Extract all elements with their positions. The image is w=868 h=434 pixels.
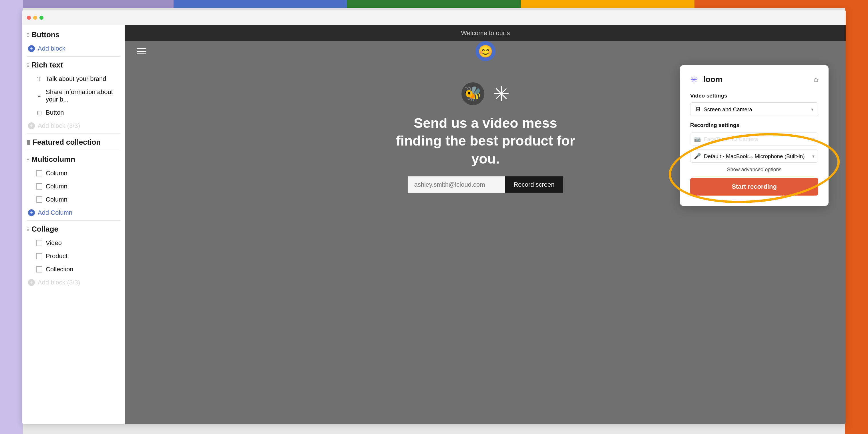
microphone-chevron: ▾ [812,154,814,159]
add-block-rich-text: + Add block (3/3) [22,119,125,132]
video-label: Video [46,239,62,247]
preview-headline: Send us a video messfinding the best pro… [385,114,586,168]
banner-text: Welcome to our s [461,29,510,37]
preview-nav: 😊 [125,41,846,61]
sidebar-item-column-2[interactable]: Column [22,180,125,193]
section-rich-text[interactable]: Rich text [22,58,125,72]
browser-toolbar [22,10,846,25]
preview-icons-row: 🐝 ✳ [461,82,510,106]
home-icon[interactable]: ⌂ [814,75,818,84]
loom-wordmark: loom [703,75,722,84]
drag-handle-rich-text [27,63,29,67]
maximize-button[interactable] [39,16,43,20]
camera-row: 📷 FaceTime HD Camera ▾ [690,132,818,146]
top-color-bars [0,0,868,8]
divider-2 [27,133,120,134]
plus-icon-collage: + [28,279,35,286]
video-icon [36,240,42,246]
section-featured-collection[interactable]: Featured collection [22,135,125,150]
sidebar-item-video[interactable]: Video [22,237,125,250]
add-block-multicolumn[interactable]: + Add Column [22,206,125,219]
column-3-label: Column [46,196,67,203]
sidebar: Buttons + Add block Rich text T Talk abo… [22,25,125,424]
product-icon [36,253,42,259]
plus-icon-buttons: + [28,45,35,52]
minimize-button[interactable] [33,16,37,20]
drag-handle-multicolumn [27,158,29,161]
close-button[interactable] [27,16,31,20]
section-title-rich-text: Rich text [31,61,63,69]
add-block-label-rich-text: Add block (3/3) [38,122,80,129]
loom-logo: ✳ loom [690,74,722,85]
headline-text: Send us a video messfinding the best pro… [396,116,575,166]
camera-icon: 📷 [694,135,701,143]
share-info-label: Share information about your b... [46,88,119,103]
camera-chevron: ▾ [812,136,814,142]
column-2-label: Column [46,183,67,190]
bg-right [845,0,868,434]
section-buttons[interactable]: Buttons [22,27,125,42]
lock-icon-featured [27,140,30,145]
sidebar-item-column-3[interactable]: Column [22,193,125,206]
screen-camera-dropdown[interactable]: 🖥 Screen and Camera ▾ [690,102,818,116]
snowflake-icon: ✳ [493,82,510,106]
brand-logo: 😊 [475,41,495,61]
column-1-label: Column [46,169,67,177]
microphone-select[interactable]: Default - MacBook... Microphone (Built-i… [704,153,809,159]
plus-icon-multicolumn: + [28,209,35,216]
bar-purple [0,0,174,8]
column-icon-2 [36,183,42,190]
preview-form: Record screen [408,177,563,193]
bar-green [347,0,521,8]
drag-handle-buttons [27,33,29,37]
section-title-multicolumn: Multicolumn [31,155,75,164]
email-input[interactable] [408,177,505,193]
brand-text-label: Talk about your brand [46,75,106,83]
microphone-row[interactable]: 🎤 Default - MacBook... Microphone (Built… [690,150,818,163]
loom-header: ✳ loom ⌂ [690,74,818,85]
divider-4 [27,220,120,221]
section-title-buttons: Buttons [31,30,59,39]
section-title-featured-collection: Featured collection [33,138,101,147]
divider-1 [27,56,120,57]
sidebar-item-brand-text[interactable]: T Talk about your brand [22,72,125,86]
button-icon: ⬚ [36,110,42,116]
collection-label: Collection [46,266,73,273]
browser-window: Buttons + Add block Rich text T Talk abo… [22,10,846,424]
column-icon-1 [36,170,42,177]
bg-left [0,0,23,434]
plus-icon-rich-text: + [28,122,35,129]
section-title-collage: Collage [31,225,58,234]
column-icon-3 [36,196,42,203]
add-block-buttons[interactable]: + Add block [22,42,125,55]
sidebar-item-column-1[interactable]: Column [22,167,125,180]
camera-select: FaceTime HD Camera [704,136,809,142]
recording-settings-label: Recording settings [690,122,818,128]
screen-camera-label: Screen and Camera [704,106,808,113]
browser-content: Buttons + Add block Rich text T Talk abo… [22,25,846,424]
sidebar-item-collection[interactable]: Collection [22,263,125,276]
sidebar-item-share-info[interactable]: ≡ Share information about your b... [22,86,125,106]
sidebar-item-button[interactable]: ⬚ Button [22,106,125,119]
sidebar-item-product[interactable]: Product [22,250,125,263]
text-icon: T [36,75,42,83]
drag-handle-collage [27,227,29,231]
add-block-label-buttons: Add block [38,45,65,52]
start-recording-button[interactable]: Start recording [690,178,818,195]
dropdown-chevron-screen: ▾ [811,106,813,112]
add-block-label-multicolumn: Add Column [38,209,72,216]
preview-area: Welcome to our s 😊 🐝 ✳ Send us a video m… [125,25,846,424]
section-collage[interactable]: Collage [22,222,125,237]
record-screen-button[interactable]: Record screen [505,177,563,193]
loom-panel: ✳ loom ⌂ Video settings 🖥 Screen and Cam… [680,65,829,206]
loom-star-icon: ✳ [690,74,701,85]
product-label: Product [46,252,67,260]
bar-blue [174,0,347,8]
section-multicolumn[interactable]: Multicolumn [22,152,125,167]
collection-icon [36,266,42,273]
add-block-collage: + Add block (3/3) [22,276,125,289]
bee-icon: 🐝 [461,82,484,105]
divider-3 [27,151,120,151]
hamburger-menu[interactable] [137,48,146,54]
advanced-options-link[interactable]: Show advanced options [690,167,818,173]
